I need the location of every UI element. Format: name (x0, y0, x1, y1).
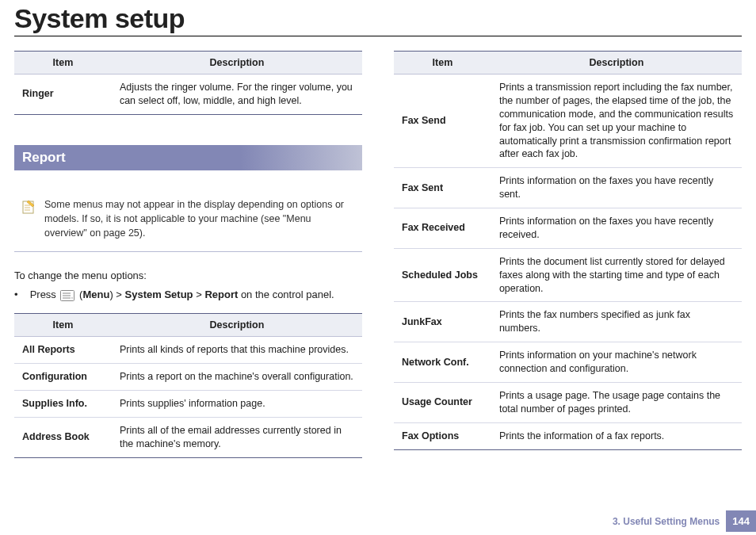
cell-key: Fax Sent (394, 168, 491, 208)
th-item: Item (14, 52, 112, 75)
title-rule (14, 36, 742, 36)
step-item: Press * (Menu) > System Setup > Report o… (27, 288, 362, 302)
cell-key: JunkFax (394, 302, 491, 342)
cell-val: Adjusts the ringer volume. For the ringe… (112, 75, 362, 115)
step-suffix: on the control panel. (238, 289, 334, 300)
table-row: Fax OptionsPrints the information of a f… (394, 422, 742, 449)
ringer-table: Item Description Ringer Adjusts the ring… (14, 51, 362, 115)
cell-val: Prints the fax numbers specified as junk… (491, 302, 742, 342)
cell-val: Prints information on the faxes you have… (491, 208, 742, 249)
page-footer: 3. Useful Setting Menus 144 (613, 510, 756, 532)
step-menu-label: Menu (82, 289, 109, 300)
gt2: > (196, 289, 202, 300)
cell-val: Prints information on your machine's net… (491, 342, 742, 383)
table-row: Scheduled JobsPrints the document list c… (394, 248, 742, 302)
cell-val: Prints the information of a fax reports. (491, 422, 742, 449)
cell-key: Network Conf. (394, 342, 491, 383)
th-desc: Description (112, 52, 362, 75)
fax-table: Item Description Fax SendPrints a transm… (394, 51, 742, 450)
table-row: Supplies Info.Prints supplies' informati… (14, 391, 362, 418)
step-seg1: System Setup (125, 289, 193, 300)
cell-key: Fax Received (394, 208, 491, 249)
cell-val: Prints all kinds of reports that this ma… (112, 337, 362, 364)
table-row: Network Conf.Prints information on your … (394, 342, 742, 383)
report-table: Item Description All ReportsPrints all k… (14, 313, 362, 457)
cell-key: Configuration (14, 364, 112, 391)
intro-text: To change the menu options: (14, 269, 362, 281)
left-column: Item Description Ringer Adjusts the ring… (14, 51, 362, 458)
step-prefix: Press (30, 289, 59, 300)
cell-key: Fax Send (394, 75, 491, 168)
right-column: Item Description Fax SendPrints a transm… (394, 51, 742, 458)
cell-val: Prints a report on the machine's overall… (112, 364, 362, 391)
th-item: Item (14, 314, 112, 337)
svg-text:*: * (71, 296, 73, 301)
table-row: All ReportsPrints all kinds of reports t… (14, 337, 362, 364)
menu-icon: * (60, 290, 74, 301)
cell-val: Prints supplies' information page. (112, 391, 362, 418)
cell-val: Prints the document list currently store… (491, 248, 742, 302)
th-item: Item (394, 52, 491, 75)
footer-page-number: 144 (726, 510, 756, 532)
table-row: Usage CounterPrints a usage page. The us… (394, 382, 742, 422)
cell-val: Prints a transmission report including t… (491, 75, 742, 168)
cell-key: Usage Counter (394, 382, 491, 422)
cell-key: Supplies Info. (14, 391, 112, 418)
gt1: > (116, 289, 122, 300)
note-text: Some menus may not appear in the display… (44, 197, 356, 240)
table-row: ConfigurationPrints a report on the mach… (14, 364, 362, 391)
cell-key: Scheduled Jobs (394, 248, 491, 302)
cell-key: Address Book (14, 417, 112, 457)
cell-key: Fax Options (394, 422, 491, 449)
th-desc: Description (491, 52, 742, 75)
table-row: Fax SentPrints information on the faxes … (394, 168, 742, 208)
cell-key: Ringer (14, 75, 112, 115)
step-list: Press * (Menu) > System Setup > Report o… (27, 288, 362, 302)
th-desc: Description (112, 314, 362, 337)
table-row: Fax ReceivedPrints information on the fa… (394, 208, 742, 249)
table-row: Address BookPrints all of the email addr… (14, 417, 362, 457)
cell-val: Prints information on the faxes you have… (491, 168, 742, 208)
footer-chapter: 3. Useful Setting Menus (613, 516, 726, 527)
page-title: System setup (14, 3, 742, 34)
table-row: Ringer Adjusts the ringer volume. For th… (14, 75, 362, 115)
section-report-heading: Report (14, 145, 362, 170)
table-row: JunkFaxPrints the fax numbers specified … (394, 302, 742, 342)
table-row: Fax SendPrints a transmission report inc… (394, 75, 742, 168)
note-icon (21, 199, 36, 215)
cell-val: Prints a usage page. The usage page cont… (491, 382, 742, 422)
note-box: Some menus may not appear in the display… (14, 191, 362, 252)
step-seg2: Report (204, 289, 238, 300)
cell-val: Prints all of the email addresses curren… (112, 417, 362, 457)
cell-key: All Reports (14, 337, 112, 364)
